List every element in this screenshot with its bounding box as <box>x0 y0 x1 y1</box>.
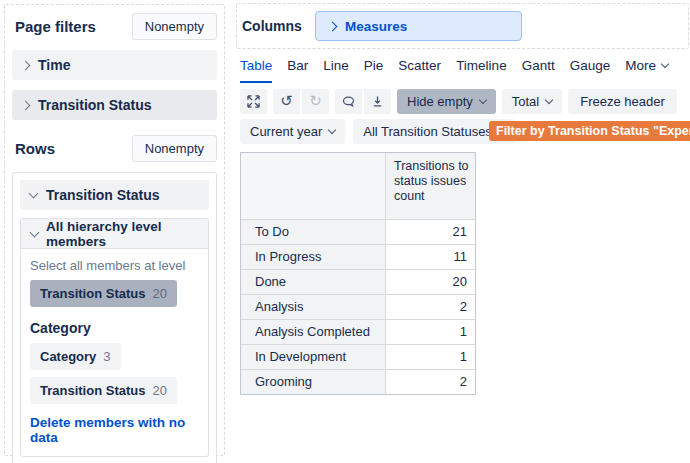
total-dropdown[interactable]: Total <box>502 89 562 114</box>
row-value-cell[interactable]: 20 <box>386 270 475 294</box>
row-label-cell[interactable]: Analysis <box>241 295 386 319</box>
time-period-label: Current year <box>250 124 322 139</box>
row-label-cell[interactable]: In Development <box>241 345 386 369</box>
expand-icon <box>247 95 260 108</box>
comment-icon <box>342 95 355 108</box>
table-row: Analysis 2 <box>241 294 475 319</box>
table-toolbar: ↺ ↻ Hide empty Total Freeze <box>240 89 677 114</box>
rows-dimension-label: Transition Status <box>46 187 160 203</box>
rows-title: Rows <box>12 140 55 157</box>
tab-gantt[interactable]: Gantt <box>522 58 555 83</box>
level-button-label: Transition Status <box>40 286 145 301</box>
tab-line[interactable]: Line <box>323 58 349 83</box>
measure-header-cell[interactable]: Transitions to status issues count <box>386 153 475 219</box>
filter-tooltip: Filter by Transition Status "Expertise" <box>489 121 690 141</box>
tab-gauge[interactable]: Gauge <box>570 58 611 83</box>
table-row: Grooming 2 <box>241 369 475 394</box>
view-tabs: Table Bar Line Pie Scatter Timeline Gant… <box>240 58 668 83</box>
rows-header: Rows Nonempty <box>12 135 217 162</box>
chevron-down-icon <box>479 96 487 104</box>
expand-fullscreen-button[interactable] <box>240 89 267 114</box>
page-nonempty-button[interactable]: Nonempty <box>132 13 217 40</box>
page-filter-time[interactable]: Time <box>12 50 217 80</box>
row-value-cell[interactable]: 21 <box>386 220 475 244</box>
table-header-row: Transitions to status issues count <box>241 153 475 219</box>
category-level-button[interactable]: Category 3 <box>30 343 121 370</box>
rows-dimension-card: Transition Status All hierarchy level me… <box>12 172 217 463</box>
tab-timeline[interactable]: Timeline <box>456 58 507 83</box>
row-value-cell[interactable]: 2 <box>386 295 475 319</box>
category-button-label: Category <box>40 349 96 364</box>
select-all-members-text: Select all members at level <box>30 258 199 273</box>
category-heading: Category <box>30 320 199 336</box>
tab-scatter[interactable]: Scatter <box>398 58 441 83</box>
report-table: Transitions to status issues count To Do… <box>240 152 476 395</box>
total-label: Total <box>512 94 539 109</box>
level-transition-status-button[interactable]: Transition Status 20 <box>30 280 177 307</box>
hierarchy-members-box: All hierarchy level members Select all m… <box>20 218 209 457</box>
page-filters-panel: Page filters Nonempty Time Transition St… <box>4 4 225 456</box>
row-value-cell[interactable]: 11 <box>386 245 475 269</box>
export-button[interactable] <box>364 89 391 114</box>
category-button-count: 3 <box>103 349 110 364</box>
row-label-cell[interactable]: Grooming <box>241 370 386 394</box>
undo-button[interactable]: ↺ <box>273 89 300 114</box>
page-filter-transition-status[interactable]: Transition Status <box>12 90 217 120</box>
tab-bar[interactable]: Bar <box>287 58 308 83</box>
comment-button[interactable] <box>335 89 362 114</box>
chevron-down-icon <box>29 189 39 199</box>
redo-button[interactable]: ↻ <box>302 89 329 114</box>
chevron-down-icon <box>328 126 336 134</box>
tab-more-label: More <box>625 58 656 73</box>
undo-icon: ↺ <box>280 94 293 109</box>
undo-redo-group: ↺ ↻ <box>273 89 329 114</box>
measures-chip[interactable]: Measures <box>315 11 522 41</box>
comment-export-group <box>335 89 391 114</box>
transition-status-button-label: Transition Status <box>40 383 145 398</box>
chevron-right-icon <box>327 21 337 31</box>
transition-statuses-label: All Transition Statuses <box>363 124 492 139</box>
hide-empty-label: Hide empty <box>407 94 473 109</box>
row-label-cell[interactable]: In Progress <box>241 245 386 269</box>
download-icon <box>371 95 384 108</box>
row-value-cell[interactable]: 1 <box>386 345 475 369</box>
row-value-cell[interactable]: 2 <box>386 370 475 394</box>
chevron-right-icon <box>21 100 31 110</box>
row-header-cell <box>241 153 386 219</box>
table-row: Done 20 <box>241 269 475 294</box>
chevron-down-icon <box>661 60 669 68</box>
chevron-right-icon <box>21 60 31 70</box>
rows-nonempty-button[interactable]: Nonempty <box>132 135 217 162</box>
tab-more[interactable]: More <box>625 58 668 83</box>
measures-chip-label: Measures <box>345 19 407 34</box>
hierarchy-members-content: Select all members at level Transition S… <box>21 249 208 456</box>
table-row: Analysis Completed 1 <box>241 319 475 344</box>
report-filters-row: Current year All Transition Statuses <box>240 119 515 144</box>
level-button-count: 20 <box>152 286 166 301</box>
page-filters-header: Page filters Nonempty <box>12 13 217 40</box>
hierarchy-members-toggle[interactable]: All hierarchy level members <box>21 219 208 249</box>
hierarchy-members-label: All hierarchy level members <box>46 219 198 249</box>
table-row: In Development 1 <box>241 344 475 369</box>
time-filter-label: Time <box>38 57 70 73</box>
hide-empty-dropdown[interactable]: Hide empty <box>397 89 496 114</box>
delete-members-link[interactable]: Delete members with no data <box>30 415 199 445</box>
columns-strip: Columns Measures <box>236 3 689 49</box>
table-row: To Do 21 <box>241 219 475 244</box>
tab-table[interactable]: Table <box>240 58 272 83</box>
tab-pie[interactable]: Pie <box>364 58 384 83</box>
row-value-cell[interactable]: 1 <box>386 320 475 344</box>
table-row: In Progress 11 <box>241 244 475 269</box>
transition-status-level-button[interactable]: Transition Status 20 <box>30 377 177 404</box>
transition-status-filter-label: Transition Status <box>38 97 152 113</box>
time-period-dropdown[interactable]: Current year <box>240 119 345 144</box>
rows-dimension-toggle[interactable]: Transition Status <box>20 180 209 210</box>
row-label-cell[interactable]: Done <box>241 270 386 294</box>
page-filters-title: Page filters <box>12 18 96 35</box>
transition-status-button-count: 20 <box>152 383 166 398</box>
chevron-down-icon <box>30 227 40 237</box>
row-label-cell[interactable]: Analysis Completed <box>241 320 386 344</box>
freeze-header-button[interactable]: Freeze header <box>568 89 677 114</box>
columns-label: Columns <box>242 18 302 34</box>
row-label-cell[interactable]: To Do <box>241 220 386 244</box>
